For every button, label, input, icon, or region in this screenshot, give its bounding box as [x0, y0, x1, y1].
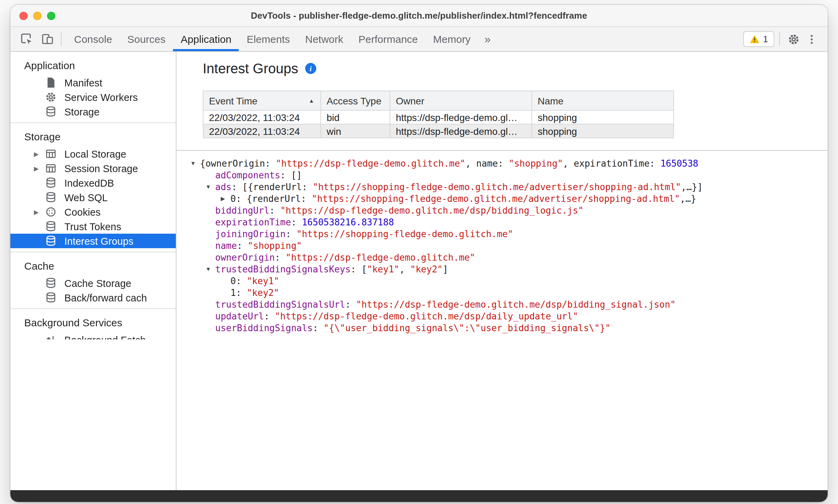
twisty-spacer — [206, 216, 215, 228]
tab-console[interactable]: Console — [66, 27, 120, 51]
tab-label: Elements — [247, 33, 290, 45]
tree-line[interactable]: ▶0: {renderUrl: "https://shopping-fledge… — [176, 193, 828, 205]
chevron-right-icon[interactable]: ▶ — [34, 208, 45, 215]
tab-label: Console — [74, 33, 112, 45]
chevron-right-icon[interactable]: ▶ — [34, 150, 45, 157]
sidebar-item-cache-storage[interactable]: Cache Storage — [10, 276, 176, 290]
tree-line[interactable]: 0: "key1" — [176, 275, 828, 287]
tree-line-text: expirationTime: 1650538216.837188 — [215, 216, 394, 228]
tree-line-text: name: "shopping" — [215, 240, 302, 252]
zoom-button[interactable] — [47, 11, 55, 20]
file-icon — [45, 77, 57, 88]
tab-label: Network — [305, 33, 343, 45]
desktop: DevTools - publisher-fledge-demo.glitch.… — [0, 0, 838, 504]
toolbar-separator — [779, 32, 780, 46]
tree-line[interactable]: 1: "key2" — [176, 287, 828, 299]
tab-sources[interactable]: Sources — [120, 27, 173, 51]
issues-badge[interactable]: 1 — [743, 31, 774, 47]
sidebar-item-manifest[interactable]: Manifest — [10, 75, 176, 90]
chevron-down-icon[interactable]: ▼ — [206, 181, 215, 193]
more-options-icon[interactable] — [803, 30, 821, 48]
tab-performance[interactable]: Performance — [351, 27, 426, 51]
tree-line-text: joiningOrigin: "https://shopping-fledge-… — [215, 228, 513, 240]
database-icon — [45, 177, 57, 189]
table-row[interactable]: 22/03/2022, 11:03:24bidhttps://dsp-fledg… — [203, 110, 674, 124]
sidebar-section-title: Application — [10, 56, 176, 75]
sidebar-item-label: Back/forward cach — [64, 292, 147, 303]
tree-line[interactable]: biddingUrl: "https://dsp-fledge-demo.gli… — [176, 205, 828, 216]
table-row[interactable]: 22/03/2022, 11:03:24winhttps://dsp-fledg… — [203, 124, 674, 138]
sidebar-item-cookies[interactable]: ▶Cookies — [10, 205, 176, 219]
tab-elements[interactable]: Elements — [239, 27, 298, 51]
tree-line-text: {ownerOrigin: "https://dsp-fledge-demo.g… — [200, 158, 698, 169]
sidebar-item-web-sql[interactable]: Web SQL — [10, 190, 176, 205]
sidebar-section-title: Storage — [10, 127, 176, 147]
chevron-down-icon[interactable]: ▼ — [206, 263, 215, 275]
table-cell: 22/03/2022, 11:03:24 — [203, 124, 321, 138]
tab-network[interactable]: Network — [298, 27, 351, 51]
title-bar[interactable]: DevTools - publisher-fledge-demo.glitch.… — [10, 5, 828, 27]
sidebar-item-back-forward-cach[interactable]: Back/forward cach — [10, 290, 176, 305]
sidebar-item-storage[interactable]: Storage — [10, 104, 176, 119]
more-tabs-button[interactable]: » — [478, 27, 497, 51]
close-button[interactable] — [19, 11, 28, 20]
tree-line-text: 1: "key2" — [230, 287, 279, 299]
tree-line[interactable]: ▼{ownerOrigin: "https://dsp-fledge-demo.… — [176, 158, 828, 169]
column-header-name[interactable]: Name — [532, 91, 674, 110]
sidebar-item-indexeddb[interactable]: IndexedDB — [10, 176, 176, 190]
sidebar-item-label: Storage — [64, 106, 100, 117]
sidebar-item-label: Web SQL — [64, 192, 108, 203]
settings-gear-icon[interactable] — [785, 30, 803, 48]
table-cell: shopping — [532, 110, 674, 124]
sidebar-item-interest-groups[interactable]: Interest Groups — [10, 234, 176, 248]
tab-label: Memory — [433, 33, 471, 45]
tab-application[interactable]: Application — [173, 27, 239, 51]
tree-line[interactable]: ▼trustedBiddingSignalsKeys: ["key1", "ke… — [176, 263, 828, 275]
devtools-toolbar: ConsoleSourcesApplicationElementsNetwork… — [10, 27, 828, 52]
toolbar-right: 1 — [743, 27, 821, 51]
chevron-down-icon[interactable]: ▼ — [190, 158, 200, 169]
inspect-icon[interactable] — [17, 30, 35, 48]
sidebar-item-local-storage[interactable]: ▶Local Storage — [10, 147, 176, 161]
sidebar-item-trust-tokens[interactable]: Trust Tokens — [10, 219, 176, 234]
column-header-owner[interactable]: Owner — [390, 91, 532, 110]
devtools-body: ApplicationManifestService WorkersStorag… — [10, 52, 828, 490]
twisty-spacer — [206, 299, 215, 310]
interest-groups-header-area: Interest Groups i Event Time▲Access Type… — [176, 52, 828, 138]
tab-memory[interactable]: Memory — [426, 27, 478, 51]
column-header-event-time[interactable]: Event Time▲ — [203, 91, 321, 110]
sidebar-item-label: Local Storage — [64, 148, 126, 159]
sidebar-item-label: Trust Tokens — [64, 221, 121, 232]
page-title: Interest Groups — [203, 60, 298, 76]
column-header-label: Event Time — [209, 95, 257, 106]
table-icon — [45, 148, 57, 160]
panel-tabs: ConsoleSourcesApplicationElementsNetwork… — [66, 27, 478, 51]
chevron-right-icon[interactable]: ▶ — [34, 165, 45, 172]
device-toolbar-icon[interactable] — [38, 30, 56, 48]
tab-label: Performance — [358, 33, 418, 45]
sidebar-item-service-workers[interactable]: Service Workers — [10, 90, 176, 104]
tree-line-text: adComponents: [] — [215, 169, 302, 181]
tree-line[interactable]: updateUrl: "https://dsp-fledge-demo.glit… — [176, 310, 828, 322]
sidebar-item-label: Cookies — [64, 206, 101, 217]
tree-line[interactable]: joiningOrigin: "https://shopping-fledge-… — [176, 228, 828, 240]
tree-line[interactable]: userBiddingSignals: "{\"user_bidding_sig… — [176, 322, 828, 334]
toolbar-left-icons — [17, 27, 56, 51]
tab-label: Application — [181, 33, 231, 45]
tree-line[interactable]: expirationTime: 1650538216.837188 — [176, 216, 828, 228]
tree-line[interactable]: trustedBiddingSignalsUrl: "https://dsp-f… — [176, 299, 828, 310]
table-header-row: Event Time▲Access TypeOwnerName — [203, 91, 674, 110]
tree-line[interactable]: ownerOrigin: "https://dsp-fledge-demo.gl… — [176, 252, 828, 263]
sidebar-item-background-fetch[interactable]: Background Fetch — [10, 333, 176, 339]
database-icon — [45, 235, 57, 247]
chevron-right-icon[interactable]: ▶ — [221, 193, 230, 205]
sidebar-item-session-storage[interactable]: ▶Session Storage — [10, 161, 176, 176]
tree-line[interactable]: name: "shopping" — [176, 240, 828, 252]
column-header-access-type[interactable]: Access Type — [321, 91, 390, 110]
info-icon[interactable]: i — [305, 63, 316, 74]
tree-line[interactable]: adComponents: [] — [176, 169, 828, 181]
tree-line[interactable]: ▼ads: [{renderUrl: "https://shopping-fle… — [176, 181, 828, 193]
sidebar-section-cache: CacheCache StorageBack/forward cach — [10, 252, 176, 308]
minimize-button[interactable] — [33, 11, 42, 20]
sort-asc-icon: ▲ — [309, 97, 314, 104]
